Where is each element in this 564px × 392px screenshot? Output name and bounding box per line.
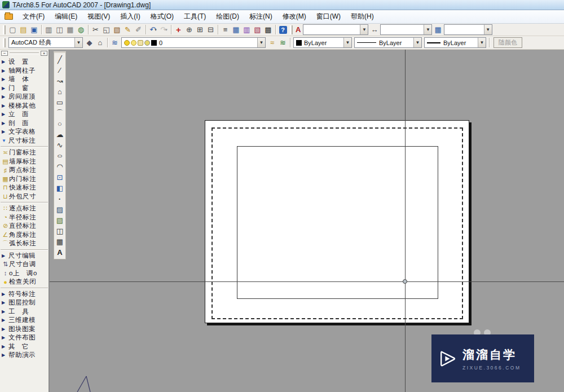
chevron-down-icon[interactable]: ▼ bbox=[484, 25, 492, 34]
drawing-canvas[interactable]: ╱∕↝⌂▭⌒○☁∿○◠⊡◧·▨▧◫▦A 溜溜自学 ZIXUE bbox=[50, 50, 564, 392]
palette-minimize-button[interactable]: − bbox=[1, 51, 8, 56]
insert-block-button[interactable]: ⊡ bbox=[55, 172, 65, 183]
menu-tools[interactable]: 工具(T) bbox=[179, 10, 211, 23]
sidebar-item-symbol-dim[interactable]: ▶符号标注 bbox=[0, 290, 49, 299]
zoom-previous-button[interactable]: ⊟ bbox=[205, 24, 216, 35]
menu-insert[interactable]: 插入(I) bbox=[115, 10, 145, 23]
menu-help[interactable]: 帮助(H) bbox=[346, 10, 379, 23]
markup-button[interactable]: ▧ bbox=[252, 24, 263, 35]
sidebar-item-dim-edit[interactable]: ▶尺寸编辑 bbox=[0, 252, 49, 261]
menu-dimension[interactable]: 标注(N) bbox=[244, 10, 277, 23]
mtext-button[interactable]: A bbox=[55, 247, 65, 258]
chevron-down-icon[interactable]: ▼ bbox=[478, 38, 486, 47]
sidebar-item-room-roof[interactable]: ▶房间屋顶 bbox=[0, 93, 49, 102]
sidebar-item-section[interactable]: ▶剖 面 bbox=[0, 119, 49, 128]
table-style-combo[interactable]: ▼ bbox=[444, 24, 492, 35]
sidebar-item-door-window[interactable]: ▶门 窗 bbox=[0, 84, 49, 93]
tool-palettes-button[interactable]: ▥ bbox=[241, 24, 252, 35]
region-button[interactable]: ◫ bbox=[55, 226, 65, 236]
circle-button[interactable]: ○ bbox=[55, 118, 65, 129]
my-workspace-button[interactable]: ⌂ bbox=[95, 37, 105, 48]
sidebar-item-axis-grid-column[interactable]: ▶轴网柱子 bbox=[0, 67, 49, 76]
chevron-down-icon[interactable]: ▼ bbox=[413, 38, 421, 47]
sidebar-item-check-close[interactable]: ●检查关闭 bbox=[0, 278, 49, 287]
inner-viewport-rect[interactable] bbox=[237, 146, 438, 299]
sidebar-item-other[interactable]: ▶其 它 bbox=[0, 342, 49, 351]
sidebar-item-quick-dim[interactable]: ⊓快速标注 bbox=[0, 183, 49, 192]
redo-button[interactable]: ↷▾ bbox=[158, 24, 169, 35]
lineweight-combo[interactable]: ByLayer ▼ bbox=[424, 37, 486, 48]
chevron-down-icon[interactable]: ▼ bbox=[74, 38, 82, 47]
sidebar-item-3d-modeling[interactable]: ▶三维建模 bbox=[0, 316, 49, 325]
polyline-button[interactable]: ↝ bbox=[55, 76, 65, 86]
sidebar-item-wall-thickness-dim[interactable]: ▤墙厚标注 bbox=[0, 157, 49, 166]
copy-button[interactable]: ◱ bbox=[101, 24, 112, 35]
designcenter-button[interactable]: ▦ bbox=[231, 24, 241, 35]
chevron-down-icon[interactable]: ▼ bbox=[257, 38, 265, 47]
sidebar-item-text-table[interactable]: ▶文字表格 bbox=[0, 127, 49, 136]
block-editor-button[interactable]: ✐ bbox=[133, 24, 144, 35]
ellipse-button[interactable]: ○ bbox=[55, 151, 65, 161]
sidebar-item-settings[interactable]: ▶设 置 bbox=[0, 58, 49, 67]
sidebar-item-wall[interactable]: ▶墙 体 bbox=[0, 75, 49, 84]
sidebar-item-two-point-dim[interactable]: ♯两点标注 bbox=[0, 166, 49, 175]
sidebar-item-inner-door-dim[interactable]: ▦内门标注 bbox=[0, 175, 49, 184]
workspace-combo[interactable]: AutoCAD 经典 ▼ bbox=[8, 37, 83, 48]
menu-window[interactable]: 窗口(W) bbox=[311, 10, 346, 23]
line-button[interactable]: ╱ bbox=[55, 54, 65, 65]
sidebar-item-stairs-other[interactable]: ▶楼梯其他 bbox=[0, 102, 49, 111]
match-properties-button[interactable]: ✎ bbox=[122, 24, 133, 35]
toolbar-grip[interactable] bbox=[3, 38, 6, 47]
polygon-button[interactable]: ⌂ bbox=[55, 86, 65, 97]
sidebar-item-outer-dim[interactable]: ⊔外包尺寸 bbox=[0, 192, 49, 201]
chevron-down-icon[interactable]: ▼ bbox=[424, 25, 431, 34]
color-combo[interactable]: ByLayer ▼ bbox=[293, 37, 352, 48]
dim-style-combo[interactable]: ▼ bbox=[380, 24, 432, 35]
undo-button[interactable]: ↶▾ bbox=[148, 24, 158, 35]
zoom-window-button[interactable]: ⊞ bbox=[195, 24, 205, 35]
menu-edit[interactable]: 编辑(E) bbox=[50, 10, 82, 23]
gradient-button[interactable]: ▧ bbox=[55, 215, 65, 226]
plot-button[interactable]: ▥ bbox=[43, 24, 54, 35]
publish-button[interactable]: ▦ bbox=[65, 24, 76, 35]
layer-freeze-sun-icon[interactable] bbox=[131, 40, 136, 46]
construction-line-button[interactable]: ∕ bbox=[55, 65, 65, 76]
sidebar-item-arc-length-dim[interactable]: ⌒弧长标注 bbox=[0, 239, 49, 248]
table-button[interactable]: ▦ bbox=[55, 236, 65, 247]
open-file-button[interactable]: ▤ bbox=[18, 24, 29, 35]
layer-states-button[interactable]: ≋ bbox=[277, 37, 288, 48]
menu-format[interactable]: 格式(O) bbox=[146, 10, 179, 23]
text-style-combo[interactable]: ▼ bbox=[303, 24, 368, 35]
ellipse-arc-button[interactable]: ◠ bbox=[55, 161, 65, 172]
layer-combo[interactable]: 0 ▼ bbox=[121, 37, 266, 48]
rectangle-button[interactable]: ▭ bbox=[55, 97, 65, 108]
web-button[interactable]: ◍ bbox=[76, 24, 86, 35]
sidebar-item-tools[interactable]: ▶工 具 bbox=[0, 307, 49, 316]
workspace-settings-button[interactable]: ◆ bbox=[84, 37, 95, 48]
sidebar-item-help-demo[interactable]: ▶帮助演示 bbox=[0, 351, 49, 360]
menu-file[interactable]: 文件(F) bbox=[17, 10, 50, 23]
chevron-down-icon[interactable]: ▼ bbox=[360, 25, 368, 34]
pan-button[interactable]: + bbox=[173, 24, 184, 35]
sidebar-item-diameter-dim[interactable]: ⊘直径标注 bbox=[0, 222, 49, 231]
layer-on-bulb-icon[interactable] bbox=[124, 40, 130, 46]
new-file-button[interactable]: ▢ bbox=[7, 24, 18, 35]
menu-modify[interactable]: 修改(M) bbox=[277, 10, 311, 23]
tarch-folder-icon[interactable] bbox=[5, 14, 13, 20]
layer-properties-button[interactable]: ≋ bbox=[109, 37, 120, 48]
palette-drag-handle[interactable] bbox=[10, 52, 39, 54]
cut-button[interactable]: ✂ bbox=[90, 24, 101, 35]
plot-preview-button[interactable]: ◫ bbox=[54, 24, 65, 35]
paper-sheet[interactable] bbox=[205, 120, 469, 323]
dropdown-arrow-icon[interactable]: ▾ bbox=[165, 28, 168, 32]
sidebar-item-point-by-point-dim[interactable]: ∷逐点标注 bbox=[0, 204, 49, 213]
layer-plot-icon[interactable] bbox=[144, 40, 150, 46]
menu-draw[interactable]: 绘图(D) bbox=[211, 10, 244, 23]
spline-button[interactable]: ∿ bbox=[55, 140, 65, 151]
toolbar-grip[interactable] bbox=[3, 25, 6, 34]
sidebar-item-door-window-dim[interactable]: ≍门窗标注 bbox=[0, 148, 49, 157]
sidebar-item-block-pattern[interactable]: ▶图块图案 bbox=[0, 325, 49, 334]
point-button[interactable]: · bbox=[55, 193, 65, 204]
sidebar-item-radius-dim[interactable]: ◔半径标注 bbox=[0, 213, 49, 222]
toolbar-grip[interactable] bbox=[290, 25, 293, 34]
